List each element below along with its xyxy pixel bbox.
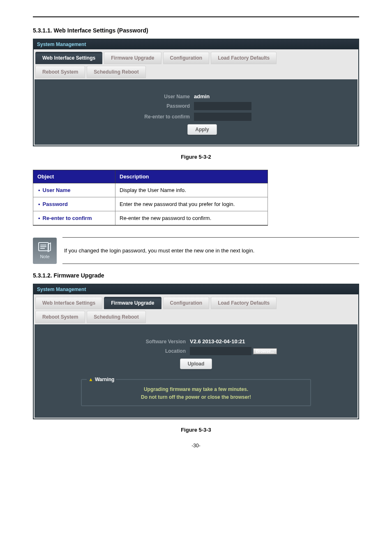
- reenter-input[interactable]: [194, 113, 251, 121]
- section-heading-5312: 5.3.1.2. Firmware Upgrade: [33, 272, 359, 279]
- warning-label: Warning: [95, 377, 115, 382]
- warning-box: ▲Warning Upgrading firmware may take a f…: [81, 377, 311, 406]
- tab-web-interface-settings[interactable]: Web Interface Settings: [35, 52, 102, 64]
- web-interface-form: User Name admin Password Re-enter to con…: [35, 79, 357, 145]
- obj-reenter: Re-enter to confirm: [43, 215, 92, 221]
- panel-title: System Management: [34, 284, 358, 294]
- user-name-value: admin: [194, 93, 284, 99]
- table-row: •Re-enter to confirm Re-enter the new pa…: [33, 211, 268, 226]
- system-management-panel-1: System Management Web Interface Settings…: [33, 39, 359, 146]
- tab-configuration[interactable]: Configuration: [163, 52, 210, 64]
- warning-line-2: Do not turn off the power or close the b…: [87, 393, 305, 401]
- system-management-panel-2: System Management Web Interface Settings…: [33, 284, 359, 419]
- section-number: 5.3.1.1.: [33, 27, 52, 34]
- section-title: Firmware Upgrade: [54, 272, 104, 279]
- tab-load-factory-defaults[interactable]: Load Factory Defaults: [211, 52, 277, 64]
- apply-button[interactable]: Apply: [187, 124, 217, 135]
- bullet-icon: •: [38, 215, 40, 221]
- password-input[interactable]: [194, 102, 251, 110]
- tab-configuration[interactable]: Configuration: [163, 297, 210, 309]
- location-label: Location: [95, 348, 190, 354]
- warning-line-1: Upgrading firmware may take a few minute…: [87, 386, 305, 393]
- bullet-icon: •: [38, 187, 40, 193]
- panel-body: Web Interface Settings Firmware Upgrade …: [34, 294, 358, 419]
- object-description-table: Object Description •User Name Display th…: [33, 170, 268, 226]
- table-row: •Password Enter the new password that yo…: [33, 197, 268, 211]
- panel-body: Web Interface Settings Firmware Upgrade …: [34, 49, 358, 146]
- table-row: •User Name Display the User Name info.: [33, 183, 268, 197]
- tab-reboot-system[interactable]: Reboot System: [35, 311, 85, 323]
- reenter-label: Re-enter to confirm: [108, 114, 194, 120]
- tab-firmware-upgrade[interactable]: Firmware Upgrade: [104, 297, 161, 309]
- th-object: Object: [33, 170, 115, 183]
- section-heading-5311: 5.3.1.1. Web Interface Settings (Passwor…: [33, 27, 359, 34]
- note-icon: Note: [33, 238, 57, 264]
- th-description: Description: [115, 170, 268, 183]
- note-block: Note If you changed the login password, …: [33, 237, 359, 264]
- warning-legend: ▲Warning: [87, 377, 116, 382]
- page-number: -30-: [33, 443, 359, 449]
- tab-load-factory-defaults[interactable]: Load Factory Defaults: [211, 297, 277, 309]
- obj-user-name: User Name: [43, 187, 71, 193]
- firmware-upgrade-form: Software Version V2.6 2013-02-04-10:21 L…: [35, 324, 357, 418]
- warning-icon: ▲: [88, 377, 93, 382]
- upload-button[interactable]: Upload: [180, 358, 212, 369]
- note-label: Note: [40, 254, 49, 259]
- bullet-icon: •: [38, 201, 40, 207]
- figure-caption-1: Figure 5-3-2: [33, 154, 359, 160]
- tab-firmware-upgrade[interactable]: Firmware Upgrade: [104, 52, 161, 64]
- section-title: Web Interface Settings (Password): [54, 27, 148, 34]
- obj-password: Password: [43, 201, 68, 207]
- user-name-label: User Name: [108, 94, 194, 99]
- software-version-value: V2.6 2013-02-04-10:21: [190, 338, 297, 345]
- tab-reboot-system[interactable]: Reboot System: [35, 66, 85, 78]
- browse-button[interactable]: Browse...: [253, 348, 277, 354]
- tab-row: Web Interface Settings Firmware Upgrade …: [35, 50, 357, 79]
- page-top-rule: [33, 16, 359, 17]
- desc-password: Enter the new password that you prefer f…: [115, 197, 268, 211]
- tab-web-interface-settings[interactable]: Web Interface Settings: [35, 297, 102, 309]
- panel-title: System Management: [34, 39, 358, 49]
- section-number: 5.3.1.2.: [33, 272, 52, 279]
- tab-scheduling-reboot[interactable]: Scheduling Reboot: [87, 66, 145, 78]
- software-version-label: Software Version: [95, 339, 190, 345]
- tab-scheduling-reboot[interactable]: Scheduling Reboot: [87, 311, 145, 323]
- desc-reenter: Re-enter the new password to confirm.: [115, 211, 268, 226]
- figure-caption-2: Figure 5-3-3: [33, 427, 359, 433]
- password-label: Password: [108, 103, 194, 109]
- desc-user-name: Display the User Name info.: [115, 183, 268, 197]
- location-input[interactable]: [190, 347, 251, 355]
- tab-row: Web Interface Settings Firmware Upgrade …: [35, 295, 357, 324]
- note-text: If you changed the login password, you m…: [62, 237, 359, 264]
